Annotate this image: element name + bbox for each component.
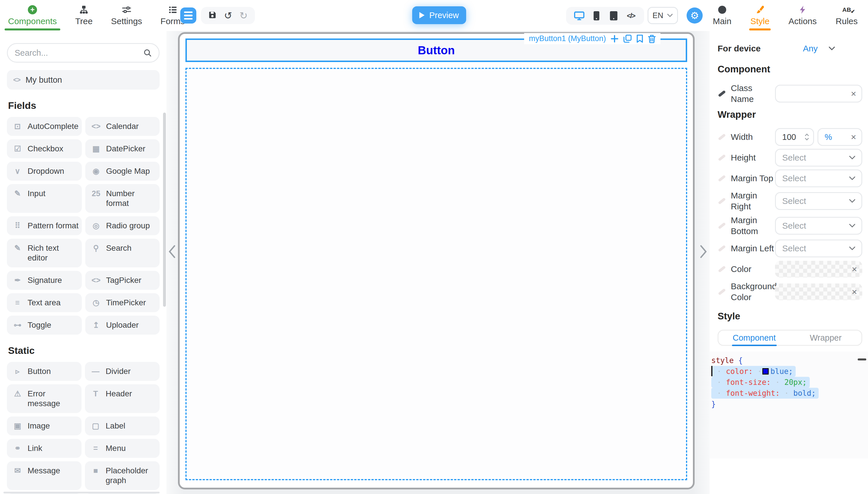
settings-gear-button[interactable]: ⚙ bbox=[687, 7, 703, 23]
height-select[interactable]: Select bbox=[775, 149, 862, 167]
palette-item-button[interactable]: ▹ Button bbox=[7, 362, 81, 381]
fields-palette: ⊡ AutoComplete <> Calendar ☑ Checkbox bbox=[7, 117, 160, 335]
chevron-down-icon bbox=[849, 246, 856, 251]
tab-rules[interactable]: AB✔ Rules bbox=[834, 0, 859, 31]
palette-item-number-format[interactable]: 25 Number format bbox=[85, 184, 160, 213]
css-code-editor[interactable]: style { · color: ·blue; · font-size: · 2… bbox=[710, 352, 868, 458]
palette-item-link[interactable]: ⚭ Link bbox=[7, 439, 81, 458]
duplicate-icon[interactable] bbox=[623, 35, 632, 43]
palette-item-tagpicker[interactable]: <> TagPicker bbox=[85, 271, 160, 290]
margin-top-row: Margin Top Select bbox=[717, 169, 862, 187]
style-tab-wrapper[interactable]: Wrapper bbox=[790, 330, 862, 345]
palette-item-placeholder-graph[interactable]: ■ Placeholder graph bbox=[85, 461, 160, 490]
undo-icon[interactable]: ↺ bbox=[224, 11, 233, 20]
redo-icon[interactable]: ↻ bbox=[239, 11, 248, 20]
form-canvas[interactable]: Button myButton1 (MyButton) bbox=[178, 32, 695, 489]
stepper-down-icon[interactable] bbox=[805, 137, 809, 140]
stepper-up-icon[interactable] bbox=[805, 134, 809, 136]
tab-settings[interactable]: Settings bbox=[109, 0, 144, 31]
margin-right-select[interactable]: Select bbox=[775, 192, 862, 210]
color-swatch-icon[interactable] bbox=[762, 368, 769, 375]
palette-item-dropdown[interactable]: ∨ Dropdown bbox=[7, 162, 82, 180]
top-header: + Components Tree Settings Forms bbox=[0, 0, 868, 31]
search-input[interactable] bbox=[15, 48, 139, 58]
width-unit-select[interactable]: % × bbox=[817, 128, 862, 146]
collapse-right-panel-chevron[interactable] bbox=[700, 245, 707, 261]
palette-item-label: DatePicker bbox=[106, 144, 145, 154]
palette-item-toggle[interactable]: ⊶ Toggle bbox=[7, 316, 82, 335]
palette-item-my-button[interactable]: <> My button bbox=[7, 70, 160, 90]
palette-item-pattern-format[interactable]: ⠿ Pattern format bbox=[7, 216, 82, 235]
form-drop-zone[interactable] bbox=[185, 68, 687, 480]
palette-item-checkbox[interactable]: ☑ Checkbox bbox=[7, 139, 82, 158]
tab-components-label: Components bbox=[8, 16, 57, 26]
style-tab-component[interactable]: Component bbox=[718, 330, 790, 345]
text-cursor bbox=[711, 366, 712, 376]
clear-icon[interactable]: × bbox=[851, 89, 856, 98]
collapse-left-panel-chevron[interactable] bbox=[168, 245, 176, 261]
tab-style[interactable]: Style bbox=[749, 0, 771, 31]
link-icon: ⚭ bbox=[12, 443, 23, 453]
palette-item-timepicker[interactable]: ◷ TimePicker bbox=[85, 293, 160, 312]
palette-item-message[interactable]: ✉ Message bbox=[7, 461, 81, 490]
code-view-icon[interactable]: </> bbox=[622, 12, 639, 20]
tab-actions[interactable]: Actions bbox=[787, 0, 818, 31]
palette-item-signature[interactable]: ✒ Signature bbox=[7, 271, 82, 290]
clear-icon[interactable]: × bbox=[852, 265, 857, 274]
palette-item-error-message[interactable]: ⚠ Error message bbox=[7, 384, 81, 413]
tab-tree[interactable]: Tree bbox=[73, 0, 95, 31]
palette-item-search[interactable]: ⚲ Search bbox=[85, 239, 160, 267]
wrapper-section-title: Wrapper bbox=[717, 109, 862, 120]
sidebar-scrollbar[interactable] bbox=[163, 113, 166, 307]
phone-icon[interactable] bbox=[588, 11, 605, 20]
stepper[interactable] bbox=[805, 134, 809, 140]
hamburger-menu-button[interactable] bbox=[180, 7, 196, 23]
color-picker-field[interactable]: × bbox=[775, 261, 862, 278]
fields-section-title: Fields bbox=[8, 100, 160, 111]
desktop-icon[interactable] bbox=[571, 11, 588, 21]
palette-item-rich-text-editor[interactable]: ✎ Rich text editor bbox=[7, 239, 82, 267]
palette-item-menu[interactable]: = Menu bbox=[85, 439, 160, 458]
canvas-button[interactable]: Button bbox=[418, 44, 455, 57]
palette-item-label: Search bbox=[106, 243, 132, 253]
clear-icon[interactable]: × bbox=[851, 132, 856, 141]
palette-item-autocomplete[interactable]: ⊡ AutoComplete bbox=[7, 117, 82, 136]
width-unit-value: % bbox=[825, 132, 832, 142]
tablet-icon[interactable] bbox=[605, 11, 622, 20]
palette-item-text-area[interactable]: ≡ Text area bbox=[7, 293, 82, 312]
static-section-title: Static bbox=[8, 345, 160, 356]
palette-item-divider[interactable]: — Divider bbox=[85, 362, 160, 381]
margin-bottom-select[interactable]: Select bbox=[775, 217, 862, 235]
width-input[interactable]: 100 bbox=[775, 128, 814, 146]
background-color-picker-field[interactable]: × bbox=[775, 284, 862, 300]
palette-item-label[interactable]: ▢ Label bbox=[85, 416, 160, 435]
trash-icon[interactable] bbox=[648, 35, 656, 43]
components-sidebar: <> My button Fields ⊡ AutoComplete <> Ca… bbox=[0, 31, 166, 494]
palette-item-header[interactable]: T Header bbox=[85, 384, 160, 413]
palette-item-label: Toggle bbox=[27, 320, 52, 330]
static-palette: ▹ Button — Divider ⚠ Error message bbox=[7, 362, 160, 494]
preview-button[interactable]: Preview bbox=[412, 6, 466, 24]
margin-top-select[interactable]: Select bbox=[775, 169, 862, 187]
class-name-input[interactable]: × bbox=[775, 85, 862, 102]
palette-item-datepicker[interactable]: ▦ DatePicker bbox=[85, 139, 160, 158]
bookmark-icon[interactable] bbox=[636, 35, 643, 43]
save-icon[interactable] bbox=[208, 11, 217, 21]
tab-components[interactable]: + Components bbox=[6, 0, 59, 31]
palette-item-uploader[interactable]: ↥ Uploader bbox=[85, 316, 160, 335]
placeholder-square-icon: ■ bbox=[90, 466, 101, 476]
language-select[interactable]: EN bbox=[648, 7, 678, 24]
for-device-select[interactable]: Any bbox=[776, 44, 862, 53]
tab-main[interactable]: Main bbox=[712, 0, 732, 31]
palette-item-input[interactable]: ✎ Input bbox=[7, 184, 82, 213]
sidebar-horizontal-scrollbar[interactable] bbox=[3, 492, 160, 493]
palette-item-radio-group[interactable]: ◎ Radio group bbox=[85, 216, 160, 235]
palette-item-calendar[interactable]: <> Calendar bbox=[85, 117, 160, 136]
margin-left-select[interactable]: Select bbox=[775, 240, 862, 257]
palette-item-google-map[interactable]: ◉ Google Map bbox=[85, 162, 160, 180]
editor-scroll-indicator[interactable] bbox=[858, 358, 866, 360]
add-component-icon[interactable] bbox=[611, 35, 618, 43]
selected-button-component[interactable]: Button myButton1 (MyButton) bbox=[185, 38, 687, 62]
clear-icon[interactable]: × bbox=[852, 287, 857, 297]
palette-item-image[interactable]: ▣ Image bbox=[7, 416, 81, 435]
